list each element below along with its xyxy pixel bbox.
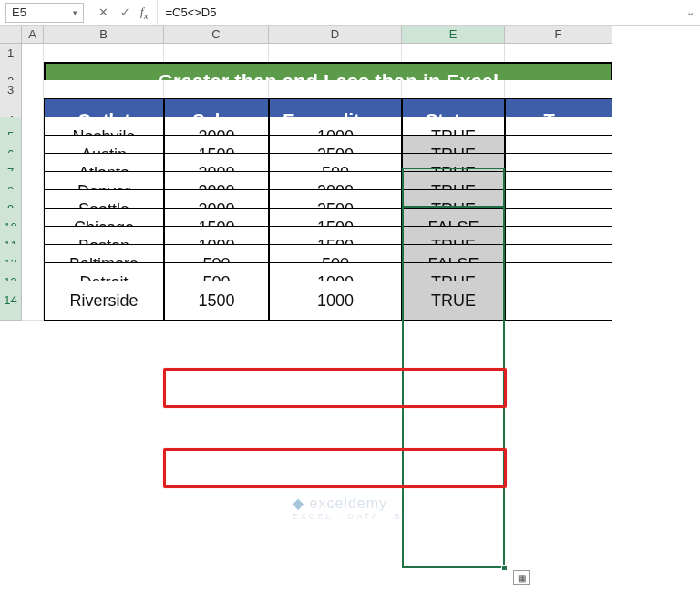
col-head-E[interactable]: E: [402, 26, 505, 44]
select-all-corner[interactable]: [0, 26, 22, 44]
watermark: ◆ exceldemy EXCEL · DATA · BI: [293, 495, 407, 521]
cell-A3[interactable]: [22, 80, 44, 100]
autofill-options-icon[interactable]: ▦: [513, 570, 530, 585]
name-box-value: E5: [12, 5, 26, 19]
cell-F3[interactable]: [505, 80, 612, 100]
cell-B3[interactable]: [44, 80, 164, 100]
spreadsheet-grid[interactable]: A B C D E F 1 2 Greater than and Less th…: [0, 26, 700, 299]
cell-E3[interactable]: [402, 80, 505, 100]
row-head-3[interactable]: 3: [0, 80, 22, 100]
expand-formula-bar-icon[interactable]: ⌄: [680, 6, 700, 18]
col-head-D[interactable]: D: [269, 26, 402, 44]
fx-icon[interactable]: fx: [137, 5, 151, 21]
cell-D3[interactable]: [269, 80, 402, 100]
formula-input[interactable]: [158, 3, 680, 23]
highlight-row-12: [163, 448, 507, 488]
name-box[interactable]: E5 ▾: [5, 3, 84, 23]
cell-A14[interactable]: [22, 281, 44, 321]
cell-F1[interactable]: [505, 44, 612, 64]
highlight-row-10: [163, 368, 507, 408]
cell-B14[interactable]: Riverside: [44, 281, 164, 321]
col-head-B[interactable]: B: [44, 26, 164, 44]
row-head-1[interactable]: 1: [0, 44, 22, 64]
cell-C1[interactable]: [164, 44, 269, 64]
cell-C3[interactable]: [164, 80, 269, 100]
col-head-C[interactable]: C: [164, 26, 269, 44]
cancel-icon[interactable]: ✕: [93, 3, 113, 23]
cell-C14[interactable]: 1500: [164, 281, 269, 321]
cell-E1[interactable]: [402, 44, 505, 64]
confirm-icon[interactable]: ✓: [115, 3, 135, 23]
cell-B1[interactable]: [44, 44, 164, 64]
row-head-14[interactable]: 14: [0, 281, 22, 321]
col-head-A[interactable]: A: [22, 26, 44, 44]
formula-controls: ✕ ✓ fx: [88, 0, 158, 25]
chevron-down-icon[interactable]: ▾: [73, 8, 77, 17]
cell-D1[interactable]: [269, 44, 402, 64]
col-head-F[interactable]: F: [505, 26, 612, 44]
cell-A1[interactable]: [22, 44, 44, 64]
cell-D14[interactable]: 1000: [269, 281, 402, 321]
cell-E14[interactable]: TRUE: [402, 281, 505, 321]
cell-F14[interactable]: [505, 281, 612, 321]
formula-bar: E5 ▾ ✕ ✓ fx ⌄: [0, 0, 700, 26]
fill-handle[interactable]: [501, 565, 508, 571]
